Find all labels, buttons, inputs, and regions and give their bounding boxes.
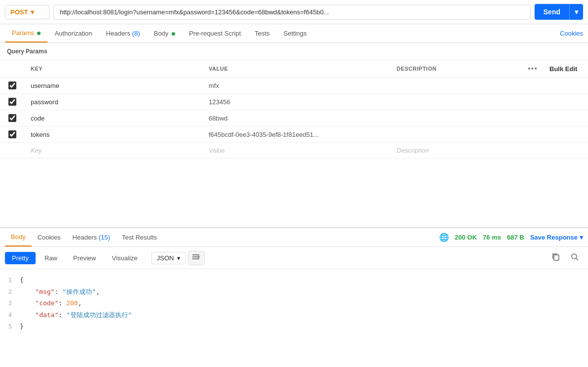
- method-chevron: ▾: [31, 8, 34, 16]
- status-size: 687 B: [507, 234, 524, 241]
- col-header-description: DESCRIPTION: [391, 60, 522, 78]
- method-label: POST: [10, 8, 28, 16]
- code-tab-preview[interactable]: Preview: [66, 252, 103, 264]
- row-2-key: password: [31, 98, 58, 106]
- params-table: KEY VALUE DESCRIPTION ••• Bulk Edit user…: [0, 60, 588, 159]
- table-row: code 68bwd: [0, 110, 588, 126]
- save-response-button[interactable]: Save Response ▾: [530, 234, 583, 241]
- tab-headers[interactable]: Headers (8): [99, 25, 147, 42]
- tab-settings[interactable]: Settings: [276, 25, 314, 42]
- response-tabs-bar: Body Cookies Headers (15) Test Results 🌐…: [0, 228, 588, 247]
- params-dot: [37, 32, 41, 35]
- col-header-value: VALUE: [203, 60, 391, 78]
- query-params-header: Query Params: [0, 43, 588, 60]
- save-response-chevron: ▾: [580, 234, 583, 241]
- row-1-checkbox[interactable]: [8, 82, 16, 89]
- code-line-3: 3 "code": 200,: [0, 297, 588, 309]
- row-4-checkbox[interactable]: [8, 130, 16, 138]
- new-value-placeholder: Value: [209, 147, 225, 154]
- code-tab-pretty[interactable]: Pretty: [5, 252, 36, 264]
- send-arrow: ▾: [569, 4, 583, 20]
- svg-point-4: [572, 254, 577, 259]
- row-4-value: f645bcdf-0ee3-4035-9ef8-1f81eed51...: [209, 131, 319, 138]
- tab-pre-request[interactable]: Pre-request Script: [182, 25, 248, 42]
- row-3-key: code: [31, 115, 45, 122]
- tab-authorization[interactable]: Authorization: [47, 25, 99, 42]
- row-3-checkbox[interactable]: [8, 114, 16, 122]
- col-header-check: [0, 60, 25, 78]
- svg-line-5: [576, 258, 578, 260]
- copy-icon: [551, 252, 560, 261]
- format-select[interactable]: JSON ▾: [151, 252, 186, 264]
- code-line-1: 1 {: [0, 274, 588, 286]
- row-1-key: username: [31, 82, 59, 89]
- code-tabs-bar: Pretty Raw Preview Visualize JSON ▾: [0, 247, 588, 269]
- search-icon: [570, 252, 579, 261]
- table-row: tokens f645bcdf-0ee3-4035-9ef8-1f81eed51…: [0, 126, 588, 143]
- col-header-bulk: Bulk Edit: [543, 60, 588, 78]
- col-header-actions: •••: [522, 60, 543, 78]
- code-tab-visualize[interactable]: Visualize: [105, 252, 144, 264]
- svg-rect-3: [554, 255, 559, 260]
- search-button[interactable]: [566, 250, 583, 266]
- url-input[interactable]: [53, 4, 531, 20]
- send-button[interactable]: Send ▾: [535, 4, 583, 20]
- response-tab-cookies[interactable]: Cookies: [32, 229, 67, 246]
- col-header-key: KEY: [25, 60, 203, 78]
- table-row: password 123456: [0, 94, 588, 110]
- tab-params[interactable]: Params: [5, 24, 47, 42]
- row-3-value: 68bwd: [209, 115, 227, 122]
- response-tab-body[interactable]: Body: [5, 228, 32, 246]
- code-line-2: 2 "msg": "操作成功",: [0, 286, 588, 298]
- tab-tests[interactable]: Tests: [248, 25, 276, 42]
- new-key-placeholder: Key: [31, 147, 42, 154]
- bulk-actions-dots[interactable]: •••: [528, 64, 538, 73]
- row-2-value: 123456: [209, 98, 230, 106]
- code-line-4: 4 "data": "登陆成功过滤器执行": [0, 309, 588, 321]
- new-param-row: Key Value Description: [0, 143, 588, 159]
- globe-icon: 🌐: [439, 233, 449, 242]
- request-tabs-bar: Params Authorization Headers (8) Body Pr…: [0, 24, 588, 43]
- wrap-button[interactable]: [188, 251, 205, 265]
- code-actions: [547, 250, 583, 266]
- method-select[interactable]: POST ▾: [5, 5, 49, 19]
- status-ok: 200 OK: [455, 234, 477, 241]
- params-table-wrap: KEY VALUE DESCRIPTION ••• Bulk Edit user…: [0, 60, 588, 159]
- code-line-5: 5 }: [0, 321, 588, 332]
- code-tab-raw[interactable]: Raw: [38, 252, 64, 264]
- table-row: username mfx: [0, 78, 588, 94]
- bulk-edit-button[interactable]: Bulk Edit: [549, 65, 577, 73]
- json-code-area: 1 { 2 "msg": "操作成功", 3 "code": 200, 4 "d…: [0, 269, 588, 337]
- wrap-icon: [192, 254, 200, 261]
- response-area: Body Cookies Headers (15) Test Results 🌐…: [0, 227, 588, 367]
- new-desc-placeholder: Description: [397, 147, 429, 154]
- row-2-checkbox[interactable]: [8, 98, 16, 106]
- tab-body[interactable]: Body: [147, 25, 182, 42]
- status-info: 🌐 200 OK 76 ms 687 B Save Response ▾: [439, 233, 584, 242]
- row-4-key: tokens: [31, 131, 49, 138]
- format-chevron: ▾: [177, 254, 181, 262]
- cookies-link[interactable]: Cookies: [560, 25, 583, 42]
- row-1-value: mfx: [209, 82, 219, 89]
- response-tab-test-results[interactable]: Test Results: [116, 229, 163, 246]
- send-label: Send: [535, 4, 569, 20]
- body-dot: [172, 32, 175, 36]
- copy-button[interactable]: [547, 250, 564, 266]
- response-tab-headers[interactable]: Headers (15): [67, 229, 116, 246]
- status-time: 76 ms: [483, 234, 501, 241]
- top-bar: POST ▾ Send ▾: [0, 0, 588, 24]
